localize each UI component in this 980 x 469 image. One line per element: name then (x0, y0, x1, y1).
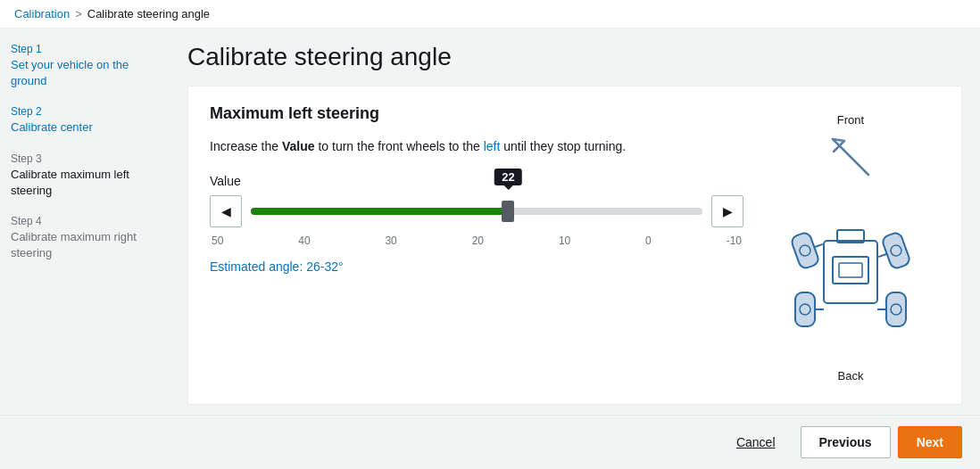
card-section-title: Maximum left steering (210, 104, 743, 123)
instruction-end: until they stop turning. (500, 139, 626, 153)
slider-track[interactable] (251, 208, 702, 215)
sidebar-item-step1[interactable]: Step 1 Set your vehicle on the ground (11, 43, 159, 89)
step2-title: Calibrate center (11, 119, 159, 136)
svg-rect-8 (886, 292, 906, 326)
svg-rect-5 (790, 231, 820, 269)
instruction-suffix: to turn the front wheels to the (315, 139, 484, 153)
robot-area: Front (761, 104, 940, 383)
robot-illustration (779, 187, 922, 366)
step1-number: Step 1 (11, 43, 159, 55)
slider-decrease-button[interactable]: ◀ (210, 195, 242, 227)
sidebar-item-step2[interactable]: Step 2 Calibrate center (11, 105, 159, 136)
content-area: Calibrate steering angle Maximum left st… (170, 29, 980, 415)
next-button[interactable]: Next (898, 426, 962, 458)
slider-ticks: 50 40 30 20 10 0 -10 (210, 234, 743, 247)
slider-increase-button[interactable]: ▶ (711, 195, 743, 227)
steering-arrow-icon (819, 130, 882, 184)
slider-track-container: 22 (251, 195, 702, 227)
step3-title: Calibrate maximum left steering (11, 167, 159, 199)
sidebar-item-step4: Step 4 Calibrate maximum right steering (11, 215, 159, 261)
sidebar: Step 1 Set your vehicle on the ground St… (0, 29, 170, 415)
step2-number: Step 2 (11, 105, 159, 118)
breadcrumb-separator: > (75, 7, 82, 21)
svg-line-13 (814, 244, 822, 247)
robot-front-label: Front (837, 113, 864, 127)
robot-back-label: Back (838, 369, 864, 383)
tick-10: 10 (559, 234, 570, 247)
svg-line-14 (878, 254, 886, 257)
step3-number: Step 3 (11, 152, 159, 165)
step4-number: Step 4 (11, 215, 159, 227)
previous-button[interactable]: Previous (801, 426, 891, 458)
footer: Cancel Previous Next (0, 415, 980, 469)
breadcrumb-parent[interactable]: Calibration (14, 7, 70, 21)
breadcrumb-current: Calibrate steering angle (87, 7, 210, 21)
step1-title: Set your vehicle on the ground (11, 57, 159, 89)
tick-30: 30 (385, 234, 396, 247)
tick-50: 50 (212, 234, 223, 247)
page-title: Calibrate steering angle (187, 43, 962, 71)
main-card: Maximum left steering Increase the Value… (187, 86, 962, 405)
instruction-prefix: Increase the (210, 139, 282, 153)
slider-thumb[interactable] (502, 201, 514, 222)
instruction-highlight: left (484, 139, 501, 153)
tick-20: 20 (472, 234, 484, 247)
instruction-bold: Value (282, 139, 315, 153)
tick-40: 40 (298, 234, 310, 247)
slider-row: ◀ 22 ▶ (210, 195, 743, 227)
cancel-button[interactable]: Cancel (718, 426, 793, 458)
svg-rect-7 (795, 292, 815, 326)
svg-rect-3 (833, 257, 868, 284)
breadcrumb: Calibration > Calibrate steering angle (0, 0, 980, 29)
instruction-text: Increase the Value to turn the front whe… (210, 137, 743, 156)
card-left: Maximum left steering Increase the Value… (210, 104, 743, 383)
svg-line-0 (833, 139, 868, 175)
slider-tooltip: 22 (494, 169, 521, 185)
step4-title: Calibrate maximum right steering (11, 229, 159, 261)
estimated-angle: Estimated angle: 26-32° (210, 259, 743, 274)
tick-neg10: -10 (727, 234, 742, 247)
svg-rect-6 (881, 231, 911, 269)
main-layout: Step 1 Set your vehicle on the ground St… (0, 29, 980, 415)
value-label: Value (210, 174, 743, 188)
sidebar-item-step3: Step 3 Calibrate maximum left steering (11, 152, 159, 199)
slider-fill (251, 208, 508, 215)
svg-rect-4 (839, 263, 862, 277)
tick-0: 0 (645, 234, 652, 247)
